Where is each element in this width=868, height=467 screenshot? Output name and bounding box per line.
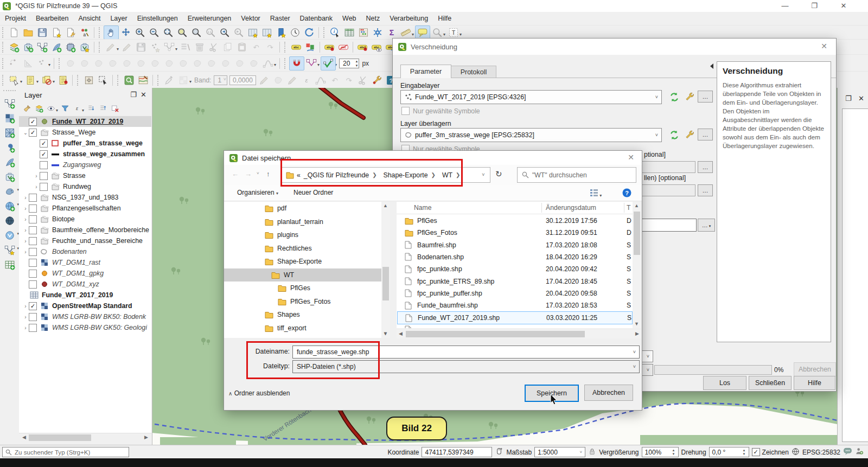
layer-labeling-button[interactable]: abc [289, 41, 303, 54]
raster-undo-button[interactable]: ↶ [328, 74, 342, 87]
column-date[interactable]: Änderungsdatum [546, 204, 596, 212]
folder-item-tiff-export[interactable]: tiff_export [224, 322, 381, 335]
advanced-options-icon[interactable] [682, 129, 697, 142]
project-new-button[interactable] [7, 26, 21, 39]
zoom-in-button[interactable] [133, 26, 147, 39]
open-layer-styling-button[interactable] [21, 103, 33, 114]
hide-folders-button[interactable]: ∧ Ordner ausblenden [228, 389, 290, 397]
current-edits-button[interactable] [104, 41, 118, 54]
forward-icon[interactable]: → [245, 170, 252, 178]
layout-manager-button[interactable] [63, 26, 78, 39]
data-source-manager-button[interactable] [7, 41, 21, 54]
fill-ring-button[interactable] [148, 57, 162, 70]
cut-features-button[interactable] [207, 41, 221, 54]
expander-icon[interactable]: › [22, 238, 29, 244]
layer-item-wt-dgm1-xyz[interactable]: WT_DGM1_xyz [19, 279, 151, 290]
layer-checkbox[interactable] [29, 194, 37, 202]
breadcrumb-sep-icon[interactable]: ❯ [372, 172, 376, 178]
add-wms-layer-button[interactable] [3, 200, 16, 213]
expander-icon[interactable]: › [22, 314, 29, 320]
toolbar-handle[interactable] [99, 42, 101, 53]
reshape-features-button[interactable] [190, 57, 205, 70]
snapping-project-button[interactable] [7, 57, 21, 70]
run-button[interactable]: Los [703, 376, 746, 390]
layer-panel-hscrollbar[interactable]: ◀ ▶ [19, 433, 151, 442]
zoom-full-button[interactable] [161, 26, 175, 39]
file-row-funde-baumfrei-shp[interactable]: Funde_baumfrei.shp17.03.2020 18:53S [397, 299, 631, 311]
identify-features-button[interactable]: i [328, 26, 342, 39]
advanced-digitizing-panel-button[interactable] [21, 57, 35, 70]
simplify-feature-button[interactable] [106, 57, 120, 70]
raster-swatch-button[interactable] [176, 74, 190, 87]
zoom-next-button[interactable] [232, 26, 246, 39]
breadcrumb-sep-icon[interactable]: ❯ [431, 172, 436, 178]
deselect-features-button[interactable] [40, 74, 54, 87]
menu-vektor[interactable]: Vektor [236, 15, 265, 22]
layer-item-wms-lgrb-bw-gk50-geologi[interactable]: ›WMS LGRB-BW GK50: Geologi [19, 322, 151, 333]
pin-labels-button[interactable]: abc [322, 41, 336, 54]
select-features-value-button[interactable] [23, 74, 37, 87]
input-browse-button[interactable]: … [698, 91, 713, 103]
close-button[interactable]: Schließen [749, 376, 792, 390]
layer-item-pflanzengesellschaften[interactable]: ›Pflanzengesellschaften [19, 203, 151, 214]
file-row-baumfrei-shp[interactable]: Baumfrei.shp17.03.2020 18:08S [397, 239, 631, 251]
temporal-controller-button[interactable] [288, 26, 302, 39]
menu-projekt[interactable]: Projekt [0, 15, 31, 22]
file-row-bodenarten-shp[interactable]: Bodenarten.shp18.04.2020 16:29S [397, 251, 631, 263]
snapping-tolerance-spinner[interactable]: 20▲▼ [339, 59, 359, 68]
filter-expression-button[interactable]: ε [71, 103, 83, 114]
undo-button[interactable]: ↶ [249, 41, 263, 54]
layer-item-strasse-wege-zusammen[interactable]: ✓strasse_wege_zusammen [19, 149, 151, 159]
new-mssql-connection-button[interactable] [63, 41, 78, 54]
recent-locations-icon[interactable]: ˅ [257, 171, 259, 176]
expander-icon[interactable]: › [22, 195, 29, 201]
zoom-last-button[interactable] [218, 26, 232, 39]
raster-pencil-button[interactable] [285, 74, 299, 87]
raster-draw-button[interactable] [257, 74, 271, 87]
float-panel-icon[interactable]: ❐ [845, 94, 852, 103]
new-gps-button[interactable] [3, 141, 16, 154]
layer-checkbox[interactable] [29, 248, 37, 256]
output-combo-sliver-1[interactable]: ˅ [641, 350, 653, 362]
project-save-button[interactable] [35, 26, 49, 39]
layer-styling-toggle-button[interactable] [370, 74, 384, 87]
breadcrumb[interactable]: «_QGIS für Pilzfreunde❯Shape-Exporte❯WT❯ [282, 167, 478, 183]
filetype-dropdown-icon[interactable]: ˅ [633, 364, 636, 369]
copy-features-button[interactable] [221, 41, 235, 54]
lock-scale-icon[interactable] [588, 447, 596, 457]
layer-checkbox[interactable]: ✓ [40, 150, 48, 158]
breadcrumb-sep-icon[interactable]: ❯ [456, 172, 460, 178]
menu-datenbank[interactable]: Datenbank [295, 15, 337, 22]
help-splitter-icon[interactable] [710, 63, 713, 69]
split-features-button[interactable] [219, 57, 233, 70]
float-panel-icon[interactable]: ❐ [130, 91, 137, 99]
merge-features-button[interactable] [247, 57, 261, 70]
text-annotation-button[interactable]: T [446, 26, 461, 39]
file-row-pflges-fotos[interactable]: PflGes_Fotos31.12.2019 09:51D [397, 227, 631, 239]
overlay-browse-button[interactable]: … [698, 129, 713, 140]
menu-verarbeitung[interactable]: Verarbeitung [385, 15, 433, 22]
optional-field-1[interactable] [641, 161, 695, 173]
toolbar-handle[interactable] [59, 58, 61, 69]
layer-item-rundweg[interactable]: ›Rundweg [19, 181, 151, 192]
cancel-button[interactable]: Abbrechen [584, 385, 633, 401]
menu-layer[interactable]: Layer [105, 15, 132, 22]
layer-checkbox[interactable]: ✓ [40, 139, 48, 148]
layer-checkbox[interactable] [29, 270, 37, 278]
add-virtual-table-button[interactable] [3, 258, 16, 271]
new-mesh-button[interactable] [3, 126, 16, 139]
locator-search-input[interactable]: Zu suchender Typ (Strg+K) [2, 447, 129, 457]
file-row-fpc-punkte-puffer-shp[interactable]: fpc_punkte_puffer.shp20.04.2020 09:58S [397, 287, 631, 299]
layer-item-openstreetmap-standard[interactable]: ›✓OpenStreetMap Standard [19, 300, 151, 311]
folder-item-plugins[interactable]: plugins [224, 228, 381, 242]
overlay-layer-select[interactable]: puffer_3m_strasse_wege [EPSG:25832]˅ [400, 128, 662, 142]
expander-icon[interactable]: › [22, 325, 29, 331]
toolbar-handle[interactable] [77, 75, 80, 86]
new-3d-map-view-button[interactable] [260, 26, 274, 39]
refresh-icon[interactable]: ↻ [495, 169, 502, 179]
add-ring-button[interactable] [120, 57, 134, 70]
add-vector-layer-button[interactable] [3, 244, 16, 257]
toolbar-handle[interactable] [2, 58, 5, 69]
project-open-button[interactable] [21, 26, 35, 39]
folder-item-pflges[interactable]: PflGes [224, 282, 381, 295]
